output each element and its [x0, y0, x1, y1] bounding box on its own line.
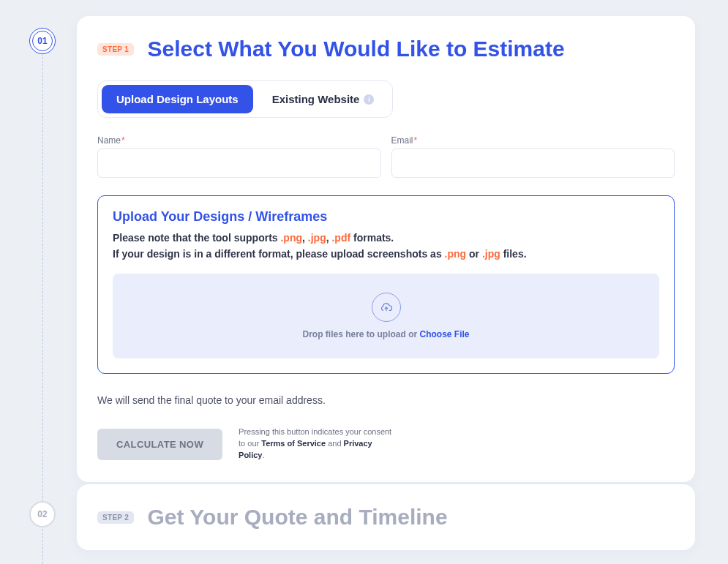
cloud-upload-icon [380, 301, 393, 314]
tab-existing-label: Existing Website [272, 93, 360, 105]
timeline-line [42, 28, 43, 564]
line2-prefix: If your design is in a different format,… [113, 248, 445, 260]
tab-existing-website[interactable]: Existing Website i [258, 85, 389, 113]
ext-png: .png [280, 232, 302, 244]
ext-jpg: .jpg [308, 232, 326, 244]
sep1: , [302, 232, 308, 244]
upload-panel-note: Please note that the tool supports .png,… [113, 230, 659, 262]
upload-panel: Upload Your Designs / Wireframes Please … [97, 195, 675, 374]
step-1-marker: 01 [29, 28, 56, 54]
step-1-card: STEP 1 Select What You Would Like to Est… [77, 16, 695, 482]
action-row: CALCULATE NOW Pressing this button indic… [97, 426, 675, 462]
line2-or: or [466, 248, 482, 260]
required-asterisk: * [414, 135, 418, 146]
calculate-now-button[interactable]: CALCULATE NOW [97, 429, 222, 460]
info-icon[interactable]: i [364, 94, 374, 105]
choose-file-link[interactable]: Choose File [420, 329, 470, 339]
drop-prefix: Drop files here to upload or [302, 329, 419, 339]
consent-and: and [326, 439, 343, 448]
step-1-number: 01 [37, 36, 47, 46]
consent-prefix: to our [239, 439, 261, 448]
step-1-marker-inner: 01 [32, 31, 53, 51]
consent-line1: Pressing this button indicates your cons… [239, 427, 391, 436]
email-input[interactable] [391, 148, 675, 178]
final-quote-note: We will send the final quote to your ema… [97, 394, 675, 406]
name-label: Name* [97, 135, 381, 146]
name-input[interactable] [97, 148, 381, 178]
tos-link[interactable]: Terms of Service [261, 439, 326, 448]
step-2-header: STEP 2 Get Your Quote and Timeline [97, 505, 675, 530]
email-field-wrapper: Email* [391, 135, 675, 178]
file-dropzone[interactable]: Drop files here to upload or Choose File [113, 274, 659, 358]
ext-png-2: .png [445, 248, 467, 260]
step-2-card: STEP 2 Get Your Quote and Timeline [77, 484, 695, 550]
contact-form-row: Name* Email* [97, 135, 675, 178]
step-2-marker: 02 [29, 501, 56, 527]
step-1-title: Select What You Would Like to Estimate [148, 37, 565, 61]
name-field-wrapper: Name* [97, 135, 381, 178]
step-1-badge: STEP 1 [97, 43, 134, 56]
dropzone-text: Drop files here to upload or Choose File [120, 329, 652, 339]
tab-upload-design[interactable]: Upload Design Layouts [102, 85, 253, 113]
step-1-header: STEP 1 Select What You Would Like to Est… [97, 37, 675, 61]
consent-text: Pressing this button indicates your cons… [239, 426, 392, 462]
email-label-text: Email [391, 135, 413, 146]
note-suffix: formats. [350, 232, 394, 244]
step-2-number: 02 [37, 509, 47, 519]
required-asterisk: * [121, 135, 125, 146]
consent-dot: . [262, 451, 264, 459]
tab-upload-label: Upload Design Layouts [116, 93, 239, 105]
line2-suffix: files. [500, 248, 527, 260]
ext-pdf: .pdf [331, 232, 350, 244]
note-prefix: Please note that the tool supports [113, 232, 280, 244]
estimate-type-tabs: Upload Design Layouts Existing Website i [97, 80, 393, 118]
step-2-title: Get Your Quote and Timeline [148, 505, 448, 530]
ext-jpg-2: .jpg [482, 248, 500, 260]
upload-panel-title: Upload Your Designs / Wireframes [113, 209, 659, 225]
email-label: Email* [391, 135, 675, 146]
step-2-badge: STEP 2 [97, 511, 134, 524]
name-label-text: Name [97, 135, 121, 146]
upload-cloud-icon [372, 293, 401, 322]
